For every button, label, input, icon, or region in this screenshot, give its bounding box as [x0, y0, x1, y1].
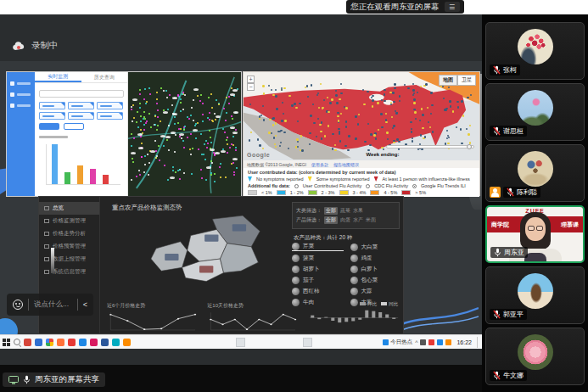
filter-option[interactable]: 全部 — [324, 216, 338, 224]
product-item[interactable]: 大白菜 — [350, 243, 402, 251]
participant-tile[interactable]: 牛文娜 — [485, 328, 585, 385]
map-type-button[interactable]: 地图 — [439, 75, 457, 86]
news-widget[interactable]: 今日热点 — [383, 339, 412, 346]
dashboard-menu-item[interactable]: 价格预警管理 — [39, 240, 99, 253]
collapse-chevron-icon[interactable]: < — [83, 300, 87, 309]
open-window-button[interactable] — [236, 338, 245, 347]
recording-label: 录制中 — [31, 40, 59, 52]
firefox-icon[interactable] — [57, 339, 64, 346]
view-options-menu-icon[interactable]: ☰ — [445, 2, 460, 12]
admin-sidebar-item[interactable] — [7, 78, 35, 89]
participant-tile[interactable]: 陈利聪 — [485, 144, 585, 202]
terms-link[interactable]: 使用条款 — [311, 162, 328, 167]
product-item[interactable]: 西红柿 — [292, 287, 344, 295]
admin-submit-button[interactable] — [39, 123, 59, 130]
dashboard-menu-item[interactable]: 价格监测管理 — [39, 215, 99, 227]
chat-input[interactable]: 说点什么... — [34, 300, 72, 310]
show-desktop-button[interactable] — [477, 337, 479, 348]
windows-start-icon[interactable] — [3, 339, 10, 346]
product-item[interactable]: 胡萝卜 — [292, 265, 344, 273]
scale-swatch — [339, 190, 349, 195]
additional-data-title: Additional flu data: — [248, 183, 290, 188]
product-item[interactable]: 包心菜 — [350, 276, 402, 284]
tray-expand-icon[interactable]: ^ — [415, 339, 417, 345]
participant-tile[interactable]: 谢思桓 — [485, 83, 585, 141]
admin-filter-button[interactable] — [39, 112, 65, 120]
product-item[interactable]: 茄子 — [292, 276, 344, 284]
admin-reset-button[interactable] — [64, 123, 84, 130]
avatar-peony — [518, 334, 553, 370]
meeting-bottom-bar: 周东亚的屏幕共享 — [0, 365, 482, 392]
open-window-button[interactable] — [303, 338, 312, 347]
filter-option[interactable]: 水产 — [353, 216, 363, 224]
product-item[interactable]: 鸡蛋 — [350, 254, 402, 262]
satellite-type-button[interactable]: 卫星 — [457, 75, 476, 86]
product-item[interactable]: 白萝卜 — [350, 265, 402, 273]
emoji-icon[interactable] — [13, 300, 23, 310]
admin-sidebar-item[interactable] — [7, 100, 35, 111]
admin-tab-live[interactable]: 实时监测 — [35, 72, 81, 82]
radio-user-contributed[interactable] — [294, 184, 299, 188]
filter-option[interactable]: 水果 — [353, 207, 363, 215]
admin-tab-history[interactable]: 历史查询 — [81, 72, 128, 82]
taskbar-app-icon[interactable] — [68, 339, 76, 346]
taskbar-app-icon[interactable] — [90, 339, 98, 346]
taskbar-app-icon[interactable] — [24, 339, 31, 346]
taskbar-clock[interactable]: 16:22 — [456, 339, 472, 345]
scale-swatch — [401, 190, 411, 195]
filter-option[interactable]: 米面 — [366, 216, 376, 224]
participant-name: 陈利聪 — [517, 188, 537, 197]
report-error-link[interactable]: 报告地图错误 — [333, 162, 359, 167]
avatar-beach — [518, 273, 553, 309]
participant-tile[interactable]: 郭亚平 — [485, 266, 585, 324]
dashboard-menu-item[interactable]: 数据上报管理 — [39, 253, 99, 266]
filter-option[interactable]: 肉蛋 — [340, 216, 350, 224]
word-icon[interactable] — [101, 339, 109, 346]
scale-swatch — [277, 190, 286, 195]
city-satellite-map[interactable] — [128, 72, 241, 196]
tray-icon[interactable] — [420, 339, 426, 345]
mic-muted-icon — [493, 126, 501, 136]
taskbar-app-icon[interactable] — [35, 339, 42, 346]
tray-icon[interactable] — [445, 339, 451, 345]
admin-filter-button[interactable] — [97, 112, 123, 120]
dashboard-menu-item[interactable]: 价格走势分析 — [39, 227, 99, 240]
radio-google-flu-trends[interactable] — [412, 184, 417, 188]
radio-cdc[interactable] — [366, 184, 370, 188]
taskbar-app-icon[interactable] — [79, 339, 87, 346]
product-item[interactable]: 芹菜 — [292, 243, 344, 251]
us-flu-map[interactable]: +− 地图 卫星 Week ending: Google — [244, 72, 479, 160]
product-item[interactable]: 大蒜 — [350, 287, 402, 295]
taskbar-app-icon[interactable] — [123, 339, 131, 346]
admin-quick-buttons — [39, 102, 123, 120]
chrome-icon[interactable] — [46, 339, 53, 346]
taskbar-search-icon[interactable] — [14, 339, 20, 345]
map-zoom-control[interactable]: +− — [247, 76, 255, 91]
mic-muted-icon — [493, 65, 501, 75]
product-item[interactable]: 菠菜 — [292, 254, 344, 262]
dashboard-menu-item[interactable]: 系统信息管理 — [39, 266, 99, 278]
tray-icon[interactable] — [437, 339, 443, 345]
scale-swatch — [248, 190, 257, 195]
admin-filter-button[interactable] — [39, 102, 65, 109]
scale-swatch — [370, 190, 379, 195]
admin-filter-panel: 实时监测 历史查询 — [35, 72, 128, 196]
admin-search-input[interactable] — [39, 90, 124, 98]
province-choropleth-map[interactable] — [107, 212, 292, 299]
scale-swatch — [308, 190, 317, 195]
filter-option[interactable]: 全部 — [324, 207, 338, 215]
filter-option[interactable]: 蔬菜 — [340, 207, 350, 215]
week-slider[interactable] — [386, 145, 474, 148]
admin-sidebar-item[interactable] — [7, 89, 35, 100]
admin-filter-button[interactable] — [68, 112, 94, 120]
taskbar-app-icon[interactable] — [112, 339, 120, 346]
admin-filter-button[interactable] — [97, 102, 123, 109]
flu-legend: User contributed data: (colors determine… — [244, 168, 479, 197]
price-trend-10d-chart: 近10天价格走势 — [207, 302, 299, 331]
participant-tile-active-speaker[interactable]: ZUFE 商学院 理慕课 周东亚 — [485, 205, 585, 263]
tray-icon[interactable] — [428, 339, 434, 345]
avatar-plum-blossom — [518, 29, 553, 64]
participant-tile[interactable]: 张柯 — [485, 22, 585, 80]
dashboard-menu-item[interactable]: 总览 — [39, 202, 99, 215]
admin-filter-button[interactable] — [68, 102, 94, 109]
